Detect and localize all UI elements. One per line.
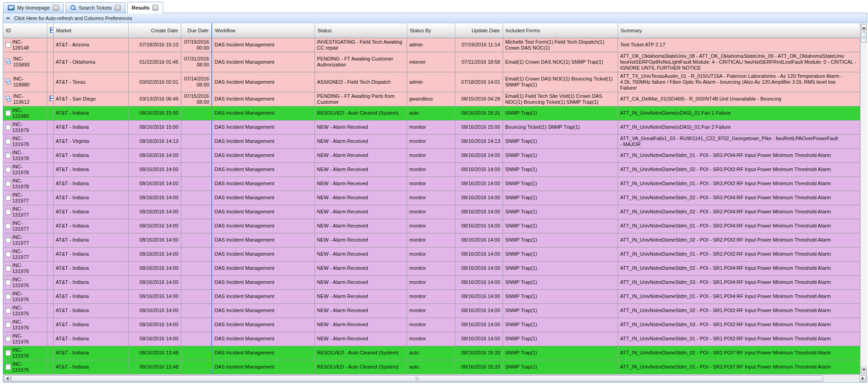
col-market[interactable]: Market bbox=[53, 23, 128, 38]
ticket-id[interactable]: INC- 128148 bbox=[12, 39, 29, 51]
ticket-id-cell[interactable]: INC- 128148 bbox=[3, 38, 47, 52]
table-row[interactable]: INC- 118980AT&T - Texas03/02/2016 02:010… bbox=[3, 72, 860, 92]
table-row[interactable]: INC- 131977AT&T - Indiana08/16/2016 14:0… bbox=[3, 247, 860, 261]
table-row[interactable]: INC- 131976AT&T - Indiana08/16/2016 14:0… bbox=[3, 261, 860, 275]
saved-flag-cell bbox=[47, 38, 53, 52]
ticket-id[interactable]: INC- 131977 bbox=[12, 220, 29, 232]
ticket-id-cell[interactable]: INC- 119612 bbox=[3, 92, 47, 106]
col-id[interactable]: ID bbox=[3, 23, 47, 38]
ticket-id-cell[interactable]: INC- 131978 bbox=[3, 148, 47, 162]
summary-cell: ATT_IN_UnivNotreDameStdm_02 - POI - SR1.… bbox=[618, 303, 860, 318]
horizontal-scrollbar[interactable] bbox=[3, 374, 867, 382]
ticket-id-cell[interactable]: INC- 131977 bbox=[3, 191, 47, 205]
ticket-id[interactable]: INC- 131976 bbox=[12, 277, 29, 288]
ticket-id-cell[interactable]: INC- 131980 bbox=[3, 106, 47, 120]
ticket-id-cell[interactable]: INC- 131978 bbox=[3, 177, 47, 191]
scroll-right-icon[interactable] bbox=[859, 375, 866, 382]
ticket-id-cell[interactable]: INC- 131975 bbox=[3, 360, 47, 374]
close-icon[interactable] bbox=[152, 5, 159, 11]
scroll-left-icon[interactable] bbox=[4, 375, 10, 382]
ticket-id-cell[interactable]: INC- 131978 bbox=[3, 162, 47, 177]
col-workflow[interactable]: Workflow bbox=[212, 23, 314, 38]
ticket-id-cell[interactable]: INC- 118980 bbox=[3, 72, 47, 92]
col-create-date[interactable]: Create Date bbox=[128, 23, 181, 38]
scroll-down-icon[interactable] bbox=[861, 367, 867, 374]
table-row[interactable]: INC- 131976AT&T - Indiana08/16/2016 13:4… bbox=[3, 346, 860, 360]
ticket-id-cell[interactable]: INC- 131977 bbox=[3, 205, 47, 219]
ticket-id[interactable]: INC- 131976 bbox=[12, 291, 29, 303]
tab-search-tickets[interactable]: Search Tickets bbox=[65, 2, 125, 13]
col-saved[interactable] bbox=[47, 23, 53, 38]
table-row[interactable]: INC- 131975AT&T - Indiana08/16/2016 13:4… bbox=[3, 360, 860, 374]
table-row[interactable]: INC- 131976AT&T - Indiana08/16/2016 14:0… bbox=[3, 289, 860, 303]
tab-results[interactable]: Results bbox=[127, 2, 164, 13]
col-included-forms[interactable]: Included Forms bbox=[503, 23, 618, 38]
update-date-cell: 08/16/2016 15:33 bbox=[455, 360, 503, 374]
ticket-id[interactable]: INC- 131978 bbox=[12, 150, 29, 162]
ticket-id[interactable]: INC- 131976 bbox=[12, 263, 29, 274]
ticket-id[interactable]: INC- 131976 bbox=[12, 319, 29, 331]
tab-my-homepage[interactable]: My Homepage bbox=[3, 2, 64, 13]
table-row[interactable]: INC- 131976AT&T - Indiana08/16/2016 14:0… bbox=[3, 318, 860, 332]
ticket-id[interactable]: INC- 131976 bbox=[12, 333, 29, 345]
col-status-by[interactable]: Status By bbox=[407, 23, 455, 38]
ticket-id[interactable]: INC- 131977 bbox=[12, 206, 29, 218]
ticket-id[interactable]: INC- 131978 bbox=[12, 136, 29, 147]
ticket-id[interactable]: INC- 131976 bbox=[12, 305, 29, 317]
table-row[interactable]: INC- 131978AT&T - Indiana08/16/2016 14:0… bbox=[3, 177, 860, 191]
status-by-cell: monitor bbox=[407, 318, 455, 332]
table-row[interactable]: INC- 131978AT&T - Indiana08/16/2016 14:0… bbox=[3, 162, 860, 177]
ticket-id[interactable]: INC- 131978 bbox=[12, 178, 29, 190]
close-icon[interactable] bbox=[53, 5, 59, 11]
col-update-date[interactable]: Update Date bbox=[455, 23, 503, 38]
ticket-id[interactable]: INC- 118980 bbox=[13, 76, 30, 88]
ticket-id[interactable]: INC- 131979 bbox=[12, 121, 29, 133]
ticket-id-cell[interactable]: INC- 131976 bbox=[3, 261, 47, 275]
table-row[interactable]: INC- 131979AT&T - Indiana08/16/2016 15:0… bbox=[3, 120, 860, 134]
ticket-id[interactable]: INC- 131975 bbox=[12, 361, 29, 373]
table-row[interactable]: INC- 131976AT&T - Indiana08/16/2016 14:0… bbox=[3, 303, 860, 318]
col-status[interactable]: Status bbox=[314, 23, 407, 38]
ticket-id-cell[interactable]: INC- 131976 bbox=[3, 318, 47, 332]
ticket-id[interactable]: INC- 131976 bbox=[12, 347, 29, 359]
table-row[interactable]: INC- 131976AT&T - Indiana08/16/2016 14:0… bbox=[3, 275, 860, 289]
ticket-id-cell[interactable]: INC- 131976 bbox=[3, 275, 47, 289]
table-row[interactable]: INC- 131980AT&T - Indiana08/16/2016 15:0… bbox=[3, 106, 860, 120]
ticket-id[interactable]: INC- 131978 bbox=[12, 164, 29, 176]
close-icon[interactable] bbox=[115, 5, 121, 11]
col-due-date[interactable]: Due Date bbox=[181, 23, 212, 38]
vertical-scrollbar[interactable] bbox=[860, 23, 867, 374]
ticket-id[interactable]: INC- 131980 bbox=[12, 107, 29, 119]
ticket-id-cell[interactable]: INC- 131977 bbox=[3, 233, 47, 247]
table-row[interactable]: INC- 119612AT&T - San Diego03/13/2016 06… bbox=[3, 92, 860, 106]
col-summary[interactable]: Summary bbox=[618, 23, 860, 38]
vertical-scroll-thumb[interactable] bbox=[861, 32, 867, 43]
ticket-id-cell[interactable]: INC- 131976 bbox=[3, 303, 47, 318]
ticket-id-cell[interactable]: INC- 115893 bbox=[3, 52, 47, 72]
table-row[interactable]: INC- 128148AT&T - Arizona07/18/2016 15:1… bbox=[3, 38, 860, 52]
ticket-id[interactable]: INC- 131977 bbox=[12, 192, 29, 204]
table-row[interactable]: INC- 131977AT&T - Indiana08/16/2016 14:0… bbox=[3, 233, 860, 247]
scroll-up-icon[interactable] bbox=[861, 24, 867, 31]
collapse-icon[interactable] bbox=[6, 17, 10, 20]
ticket-id-cell[interactable]: INC- 131978 bbox=[3, 134, 47, 148]
horizontal-scroll-thumb[interactable] bbox=[11, 375, 823, 382]
table-row[interactable]: INC- 131978AT&T - Virginia08/16/2016 14:… bbox=[3, 134, 860, 148]
table-row[interactable]: INC- 131977AT&T - Indiana08/16/2016 14:0… bbox=[3, 205, 860, 219]
ticket-id[interactable]: INC- 131977 bbox=[12, 234, 29, 246]
autorefresh-bar[interactable]: Click Here for Auto-refresh and Columns … bbox=[3, 13, 867, 23]
ticket-id[interactable]: INC- 119612 bbox=[13, 93, 30, 105]
table-row[interactable]: INC- 131977AT&T - Indiana08/16/2016 14:0… bbox=[3, 219, 860, 233]
ticket-id-cell[interactable]: INC- 131979 bbox=[3, 120, 47, 134]
ticket-id-cell[interactable]: INC- 131977 bbox=[3, 219, 47, 233]
ticket-id[interactable]: INC- 131977 bbox=[12, 248, 29, 260]
table-row[interactable]: INC- 131978AT&T - Indiana08/16/2016 14:0… bbox=[3, 148, 860, 162]
ticket-id[interactable]: INC- 115893 bbox=[13, 56, 30, 68]
ticket-id-cell[interactable]: INC- 131976 bbox=[3, 289, 47, 303]
ticket-id-cell[interactable]: INC- 131976 bbox=[3, 346, 47, 360]
table-row[interactable]: INC- 115893AT&T - Oklahoma01/22/2016 01:… bbox=[3, 52, 860, 72]
table-row[interactable]: INC- 131977AT&T - Indiana08/16/2016 14:0… bbox=[3, 191, 860, 205]
ticket-id-cell[interactable]: INC- 131976 bbox=[3, 332, 47, 346]
table-row[interactable]: INC- 131976AT&T - Indiana08/16/2016 14:0… bbox=[3, 332, 860, 346]
ticket-id-cell[interactable]: INC- 131977 bbox=[3, 247, 47, 261]
